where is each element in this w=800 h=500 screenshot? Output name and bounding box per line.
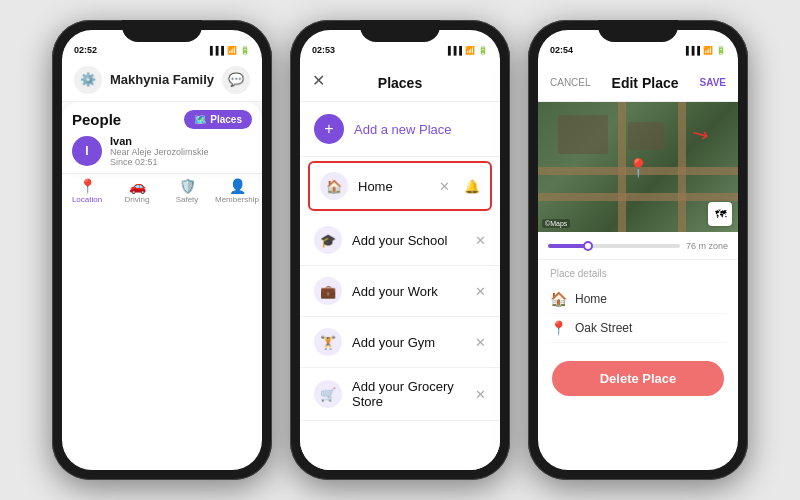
phone-1: 02:52 ▐▐▐ 📶 🔋 ⚙️ Makhynia Family 💬 ↘ <box>52 20 272 480</box>
places-icon: 🗺️ <box>194 114 206 125</box>
home-bell-icon[interactable]: 🔔 <box>464 179 480 194</box>
places-close-button[interactable]: ✕ <box>312 70 325 89</box>
place-row-grocery[interactable]: 🛒 Add your Grocery Store ✕ <box>300 368 500 421</box>
people-row: People 🗺️ Places <box>72 110 252 129</box>
edit-title: Edit Place <box>612 75 679 91</box>
battery-icon-1: 🔋 <box>240 46 250 55</box>
user-since: Since 02:51 <box>110 157 209 167</box>
zone-bar: 76 m zone <box>538 232 738 260</box>
place-row-work[interactable]: 💼 Add your Work ✕ <box>300 266 500 317</box>
home-detail-icon: 🏠 <box>550 291 567 307</box>
place-address-row: 📍 Oak Street <box>550 314 726 343</box>
school-icon: 🎓 <box>314 226 342 254</box>
user-avatar: I <box>72 136 102 166</box>
battery-icon-2: 🔋 <box>478 46 488 55</box>
zone-label: 76 m zone <box>686 241 728 251</box>
work-name: Add your Work <box>352 284 465 299</box>
home-close-icon[interactable]: ✕ <box>439 179 450 194</box>
map-content: ↘ People 🗺️ Places I Ivan Near Aleje Jer… <box>62 102 262 206</box>
school-name: Add your School <box>352 233 465 248</box>
delete-place-button[interactable]: Delete Place <box>552 361 724 396</box>
place-row-school[interactable]: 🎓 Add your School ✕ <box>300 215 500 266</box>
screen-2: 02:53 ▐▐▐ 📶 🔋 ✕ Places + Add a new Place… <box>300 30 500 470</box>
place-details-title: Place details <box>550 268 726 279</box>
status-icons-2: ▐▐▐ 📶 🔋 <box>445 46 488 55</box>
home-icon: 🏠 <box>320 172 348 200</box>
sat-road-v1 <box>618 102 626 232</box>
gym-icon: 🏋️ <box>314 328 342 356</box>
places-header: ✕ Places <box>300 58 500 102</box>
tab-location[interactable]: 📍 Location <box>62 178 112 204</box>
wifi-icon-3: 📶 <box>703 46 713 55</box>
sat-pin: 📍 <box>627 157 649 179</box>
membership-tab-icon: 👤 <box>229 178 246 194</box>
places-title: Places <box>378 75 422 91</box>
gym-name: Add your Gym <box>352 335 465 350</box>
membership-tab-label: Membership <box>215 195 259 204</box>
user-location: Near Aleje Jerozolimskie <box>110 147 209 157</box>
sat-building-2 <box>628 122 664 151</box>
driving-tab-label: Driving <box>125 195 150 204</box>
school-close-icon[interactable]: ✕ <box>475 233 486 248</box>
battery-icon-3: 🔋 <box>716 46 726 55</box>
sat-road-v2 <box>678 102 686 232</box>
message-button[interactable]: 💬 <box>222 66 250 94</box>
places-btn-label: Places <box>210 114 242 125</box>
screen-1: 02:52 ▐▐▐ 📶 🔋 ⚙️ Makhynia Family 💬 ↘ <box>62 30 262 470</box>
place-name-text: Home <box>575 292 607 306</box>
safety-tab-icon: 🛡️ <box>179 178 196 194</box>
user-name: Ivan <box>110 135 209 147</box>
layers-button[interactable]: 🗺 <box>708 202 732 226</box>
zone-slider-thumb <box>583 241 593 251</box>
notch-2 <box>360 20 440 42</box>
add-new-place-row[interactable]: + Add a new Place <box>300 102 500 157</box>
work-close-icon[interactable]: ✕ <box>475 284 486 299</box>
tab-bar: 📍 Location 🚗 Driving 🛡️ Safety 👤 Members… <box>62 173 262 206</box>
work-icon: 💼 <box>314 277 342 305</box>
driving-tab-icon: 🚗 <box>129 178 146 194</box>
grocery-icon: 🛒 <box>314 380 342 408</box>
place-name-row: 🏠 Home <box>550 285 726 314</box>
grocery-close-icon[interactable]: ✕ <box>475 387 486 402</box>
save-button[interactable]: SAVE <box>700 77 727 88</box>
tab-membership[interactable]: 👤 Membership <box>212 178 262 204</box>
status-icons-1: ▐▐▐ 📶 🔋 <box>207 46 250 55</box>
maps-label: ©Maps <box>542 219 570 228</box>
edit-header: CANCEL Edit Place SAVE <box>538 58 738 102</box>
cancel-button[interactable]: CANCEL <box>550 77 591 88</box>
place-details-section: Place details 🏠 Home 📍 Oak Street <box>538 260 738 351</box>
phone-3: 02:54 ▐▐▐ 📶 🔋 CANCEL Edit Place SAVE ↘ 📍… <box>528 20 748 480</box>
place-address-text: Oak Street <box>575 321 632 335</box>
user-row: I Ivan Near Aleje Jerozolimskie Since 02… <box>72 135 252 167</box>
status-time-1: 02:52 <box>74 45 97 55</box>
status-time-3: 02:54 <box>550 45 573 55</box>
map-header-title: Makhynia Family <box>110 72 214 87</box>
place-row-home[interactable]: 🏠 Home ✕ 🔔 <box>308 161 492 211</box>
location-tab-icon: 📍 <box>79 178 96 194</box>
satellite-map: ↘ 📍 ©Maps 🗺 <box>538 102 738 232</box>
gear-button[interactable]: ⚙️ <box>74 66 102 94</box>
notch-3 <box>598 20 678 42</box>
sat-building-1 <box>558 115 608 154</box>
zone-slider[interactable] <box>548 244 680 248</box>
screen-3: 02:54 ▐▐▐ 📶 🔋 CANCEL Edit Place SAVE ↘ 📍… <box>538 30 738 470</box>
places-list: + Add a new Place 🏠 Home ✕ 🔔 🎓 Add your … <box>300 102 500 470</box>
grocery-name: Add your Grocery Store <box>352 379 465 409</box>
add-new-label: Add a new Place <box>354 122 452 137</box>
tab-safety[interactable]: 🛡️ Safety <box>162 178 212 204</box>
notch-1 <box>122 20 202 42</box>
user-info: Ivan Near Aleje Jerozolimskie Since 02:5… <box>110 135 209 167</box>
sat-road-h2 <box>538 193 738 201</box>
tab-driving[interactable]: 🚗 Driving <box>112 178 162 204</box>
people-label: People <box>72 111 121 128</box>
places-button[interactable]: 🗺️ Places <box>184 110 252 129</box>
add-circle-icon: + <box>314 114 344 144</box>
status-icons-3: ▐▐▐ 📶 🔋 <box>683 46 726 55</box>
gym-close-icon[interactable]: ✕ <box>475 335 486 350</box>
location-tab-label: Location <box>72 195 102 204</box>
home-name: Home <box>358 179 429 194</box>
place-row-gym[interactable]: 🏋️ Add your Gym ✕ <box>300 317 500 368</box>
safety-tab-label: Safety <box>176 195 199 204</box>
status-time-2: 02:53 <box>312 45 335 55</box>
map-header: ⚙️ Makhynia Family 💬 <box>62 58 262 102</box>
